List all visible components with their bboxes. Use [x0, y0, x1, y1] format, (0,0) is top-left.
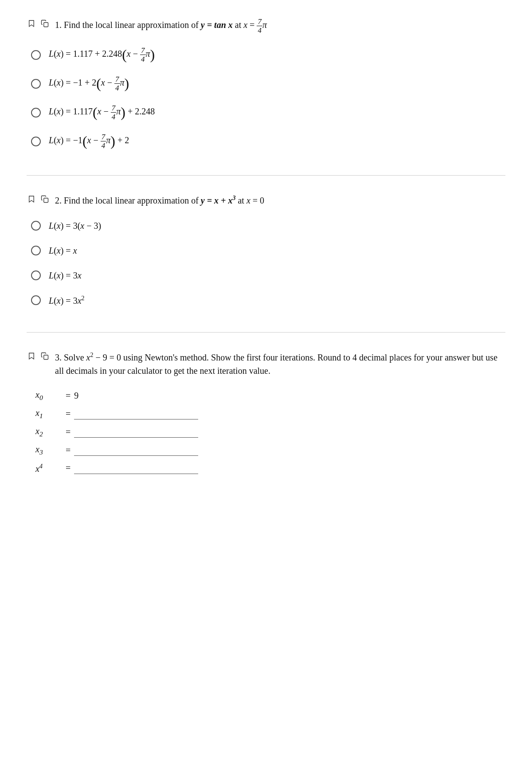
question-1-icons: [27, 19, 50, 28]
radio-2c[interactable]: [31, 270, 41, 280]
radio-1b[interactable]: [31, 79, 41, 89]
question-1: 1. Find the local linear approximation o…: [27, 18, 505, 176]
question-3-text: 3. Solve x2 − 9 = 0 using Newton's metho…: [55, 350, 505, 377]
bookmark-icon-2[interactable]: [27, 194, 36, 204]
question-1-text: 1. Find the local linear approximation o…: [55, 18, 267, 34]
formula-2c: L(x) = 3x: [49, 269, 82, 282]
newton-row-x3[interactable]: x3 =: [35, 444, 505, 456]
newton-row-x4[interactable]: x4 =: [35, 463, 505, 474]
formula-1d: L(x) = −1(x − 74π) + 2: [49, 133, 129, 149]
radio-1a[interactable]: [31, 50, 41, 60]
x2-label: x2: [35, 426, 62, 438]
x1-equals: =: [66, 409, 70, 419]
radio-2b[interactable]: [31, 246, 41, 255]
bookmark-icon-3[interactable]: [27, 351, 36, 361]
formula-1c: L(x) = 1.117(x − 74π) + 2.248: [49, 104, 155, 121]
x4-label: x4: [35, 463, 62, 474]
question-2-text: 2. Find the local linear approximation o…: [55, 193, 264, 207]
copy-icon-2[interactable]: [40, 194, 50, 204]
radio-2a[interactable]: [31, 221, 41, 231]
svg-rect-0: [44, 23, 48, 27]
option-1c[interactable]: L(x) = 1.117(x − 74π) + 2.248: [31, 104, 505, 121]
option-2b[interactable]: L(x) = x: [31, 244, 505, 257]
question-3: 3. Solve x2 − 9 = 0 using Newton's metho…: [27, 350, 505, 494]
option-2c[interactable]: L(x) = 3x: [31, 269, 505, 282]
formula-1a: L(x) = 1.117 + 2.248(x − 74π): [49, 47, 155, 63]
x0-equals: =: [66, 391, 70, 401]
copy-icon[interactable]: [40, 19, 50, 28]
radio-1d[interactable]: [31, 137, 41, 146]
option-1b[interactable]: L(x) = −1 + 2(x − 74π): [31, 75, 505, 92]
radio-1c[interactable]: [31, 108, 41, 118]
x3-label: x3: [35, 444, 62, 456]
x4-input[interactable]: [74, 463, 198, 474]
question-3-icons: [27, 351, 50, 361]
option-2d[interactable]: L(x) = 3x2: [31, 294, 505, 307]
x2-input[interactable]: [74, 426, 198, 438]
x0-label: x0: [35, 390, 62, 402]
svg-rect-1: [44, 198, 48, 203]
formula-2b: L(x) = x: [49, 244, 77, 257]
x2-equals: =: [66, 427, 70, 437]
formula-1b: L(x) = −1 + 2(x − 74π): [49, 75, 129, 92]
formula-2a: L(x) = 3(x − 3): [49, 219, 101, 232]
x1-input[interactable]: [74, 408, 198, 419]
option-1a[interactable]: L(x) = 1.117 + 2.248(x − 74π): [31, 47, 505, 63]
newton-row-x0: x0 = 9: [35, 390, 505, 402]
question-2-icons: [27, 194, 50, 204]
bookmark-icon[interactable]: [27, 19, 36, 28]
newton-iterations: x0 = 9 x1 = x2 = x3 = x4 =: [35, 390, 505, 474]
x3-equals: =: [66, 445, 70, 455]
svg-rect-2: [44, 355, 48, 360]
option-2a[interactable]: L(x) = 3(x − 3): [31, 219, 505, 232]
x0-value: 9: [74, 391, 83, 401]
x4-equals: =: [66, 463, 70, 473]
newton-row-x1[interactable]: x1 =: [35, 408, 505, 420]
formula-2d: L(x) = 3x2: [49, 294, 85, 307]
newton-row-x2[interactable]: x2 =: [35, 426, 505, 438]
x1-label: x1: [35, 408, 62, 420]
copy-icon-3[interactable]: [40, 351, 50, 361]
option-1d[interactable]: L(x) = −1(x − 74π) + 2: [31, 133, 505, 149]
question-2: 2. Find the local linear approximation o…: [27, 193, 505, 333]
radio-2d[interactable]: [31, 295, 41, 305]
x3-input[interactable]: [74, 444, 198, 456]
